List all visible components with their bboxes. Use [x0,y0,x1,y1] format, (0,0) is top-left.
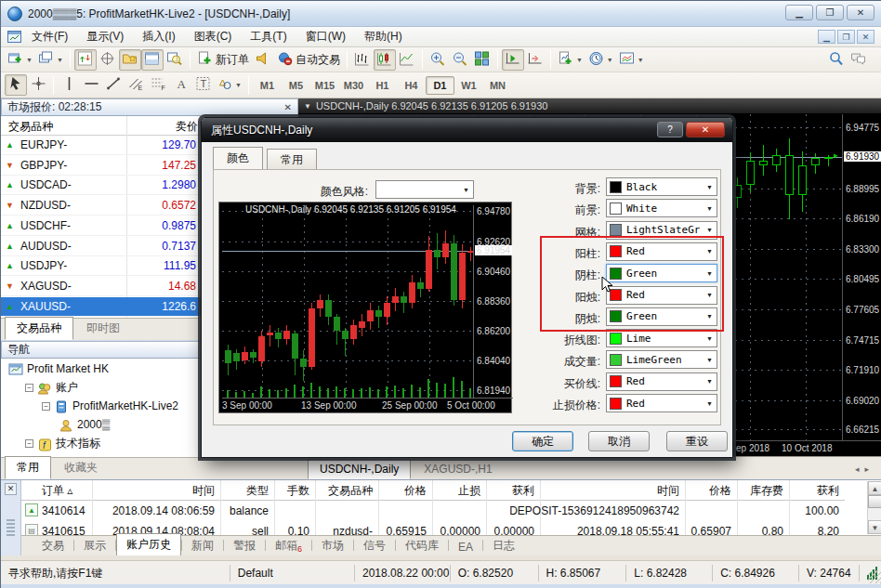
cell-1-11[interactable]: 8.20 [789,521,845,535]
menu-显示[interactable]: 显示(V) [77,27,133,46]
color-select-LightSlateGr[interactable]: LightSlateGr▼ [606,221,717,240]
indicators-button[interactable]: ▼ [555,49,585,71]
data-window-button[interactable] [97,49,119,71]
dialog-titlebar[interactable]: 属性USDCNH-,Daily [202,118,732,142]
cell-1-6[interactable]: 0.00000 [432,521,486,535]
tab-scroll-arrows[interactable]: ◂▸ [855,464,874,474]
cell-0-8[interactable]: DEPOSIT-1536912418950963742 [274,501,685,521]
market-tab-交易品种[interactable]: 交易品种 [5,317,73,340]
chart-shift-button[interactable] [524,49,546,71]
cell-1-9[interactable]: 0.65907 [685,521,737,535]
column-header-6[interactable]: 止损 [432,480,486,501]
column-header-0[interactable]: 订单 ▵ [21,480,92,501]
cell-1-0[interactable]: 3410615 [21,521,92,535]
cell-0-2[interactable]: balance [220,501,274,521]
nav-item-Profit Market HK[interactable]: Profit Market HK [8,359,109,378]
news-button[interactable] [252,49,274,71]
column-header-9[interactable]: 价格 [685,480,737,501]
nav-item-账户[interactable]: −账户 [25,378,78,397]
crosshair-tool[interactable] [27,74,49,96]
terminal-tab-市场[interactable]: 市场 [312,535,353,556]
dialog-close-button[interactable]: ✕ [686,122,725,137]
chat-button[interactable] [847,49,869,71]
navigator-tab-收藏夹[interactable]: 收藏夹 [52,456,110,479]
terminal-tab-邮箱[interactable]: 邮箱6 [266,535,311,556]
cell-1-2[interactable]: sell [220,521,274,535]
column-symbol[interactable]: 交易品种 [8,119,53,135]
terminal-drag-grip[interactable] [7,519,15,536]
scroll-down-icon[interactable]: ▼ [868,520,881,534]
timeframe-H4[interactable]: H4 [397,76,426,95]
candlestick-chart-button[interactable] [374,49,396,71]
cell-1-8[interactable]: 2018.09.18 05:55:41 [540,521,685,535]
menu-文件[interactable]: 文件(F) [22,27,77,46]
timeframe-W1[interactable]: W1 [454,76,483,95]
dialog-button-确定[interactable]: 确定 [512,431,573,451]
vertical-line-tool[interactable] [58,74,80,96]
terminal-close-icon[interactable]: ✕ [5,483,17,495]
auto-scroll-toggle[interactable] [502,49,524,71]
tab-common[interactable]: 常用 [267,149,317,169]
chart-tab-USDCNH-,Daily[interactable]: USDCNH-,Daily [308,459,411,479]
cursor-tool[interactable] [5,74,27,96]
color-select-Green[interactable]: Green▼ [606,307,717,326]
market-watch-toggle[interactable] [74,49,97,71]
templates-button[interactable]: ▼ [616,49,647,71]
market-watch-header[interactable]: 市场报价: 02:28:15 ✕ [1,98,298,116]
timeframe-M1[interactable]: M1 [253,76,282,95]
color-select-Green[interactable]: Green▼ [606,264,717,282]
new-chart-button[interactable]: ▼ [5,49,35,71]
market-watch-close-icon[interactable]: ✕ [284,102,292,112]
tree-expand-icon[interactable]: − [25,384,33,392]
column-header-8[interactable]: 时间 [540,480,685,501]
column-header-2[interactable]: 类型 [220,480,274,501]
strategy-tester-button[interactable] [164,49,186,71]
tree-expand-icon[interactable]: − [25,439,33,448]
timeframe-M5[interactable]: M5 [282,76,310,95]
nav-item-ProfitMarketHK-Live2[interactable]: −ProfitMarketHK-Live2 [42,397,178,415]
tab-colors[interactable]: 颜色 [213,147,263,169]
color-select-Lime[interactable]: Lime▼ [606,329,717,347]
market-tab-即时图[interactable]: 即时图 [74,317,132,340]
terminal-tab-EA[interactable]: EA [449,538,482,556]
dialog-help-button[interactable]: ? [657,122,683,137]
chart-window-titlebar[interactable]: ▼ USDCNH-,Daily 6.92045 6.92135 6.91205 … [298,98,881,114]
dialog-button-取消[interactable]: 取消 [588,431,650,451]
terminal-toggle[interactable] [141,49,164,71]
text-tool[interactable]: A [169,74,191,96]
new-order-button[interactable]: 新订单 [194,49,252,71]
cell-1-5[interactable]: 0.65915 [378,521,432,535]
terminal-tab-信号[interactable]: 信号 [354,535,395,556]
terminal-tab-账户历史[interactable]: 账户历史 [116,533,181,556]
child-close-button[interactable]: ✕ [857,30,874,44]
color-select-Red[interactable]: Red▼ [606,286,717,305]
timeframe-M15[interactable]: M15 [310,76,339,95]
column-header-1[interactable]: 时间 [92,480,220,501]
window-minimize-button[interactable]: ▁ [785,5,813,20]
scroll-up-icon[interactable]: ▲ [868,481,881,495]
column-header-7[interactable]: 获利 [486,480,540,501]
cell-1-7[interactable]: 0.00000 [486,521,540,535]
cell-0-0[interactable]: 3410614 [21,501,92,521]
cell-1-3[interactable]: 0.10 [274,521,315,535]
terminal-tab-新闻[interactable]: 新闻 [182,535,223,556]
menu-插入[interactable]: 插入(I) [133,27,184,46]
profiles-button[interactable]: ▼ [35,49,66,71]
terminal-tab-警报[interactable]: 警报 [224,535,265,556]
autotrading-toggle[interactable]: 自动交易 [274,49,343,71]
line-chart-button[interactable] [396,49,418,71]
title-bar[interactable]: 2000▒▒▒5: ProfitMarketHK-Live2 - [USDCNH… [1,1,881,27]
periods-button[interactable]: ▼ [585,49,616,71]
search-button[interactable] [824,49,847,71]
cell-0-1[interactable]: 2018.09.14 08:06:59 [92,501,220,521]
terminal-tab-交易[interactable]: 交易 [33,535,73,556]
child-minimize-button[interactable]: ▁ [818,30,835,44]
menu-图表[interactable]: 图表(C) [185,27,242,46]
navigator-toggle[interactable] [119,49,141,71]
timeframe-MN[interactable]: MN [483,76,512,95]
terminal-tab-展示[interactable]: 展示 [74,535,115,556]
terminal-tab-代码库[interactable]: 代码库 [396,535,448,556]
shapes-tool[interactable]: ▼ [214,74,244,96]
channel-tool[interactable]: E [125,74,147,96]
column-header-11[interactable]: 获利 [789,480,845,501]
